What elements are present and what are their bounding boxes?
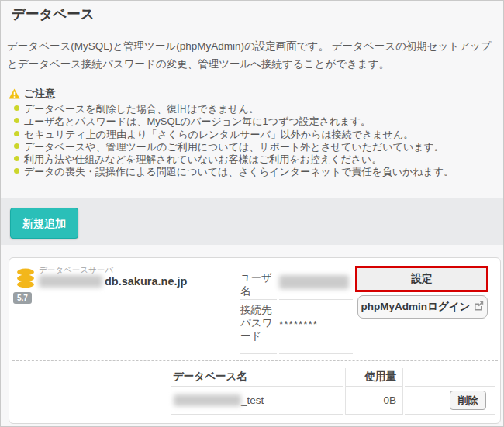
column-header-name: データベース名 [171, 367, 343, 387]
database-settings-page: データベース データベース(MySQL)と管理ツール(phpMyAdmin)の設… [0, 0, 504, 427]
bullet-icon [14, 168, 19, 174]
database-server-card: データベースサーバ db.sakura.ne.jp 5.7 ユーザ名 接続先パス… [9, 257, 501, 424]
annotation-highlight-box: 設定 [355, 266, 488, 292]
bullet-icon [14, 105, 19, 111]
page-title: データベース [12, 5, 95, 23]
delete-button[interactable]: 削除 [450, 391, 486, 410]
notice-heading: ご注意 [9, 87, 56, 101]
database-name-cell: _test [171, 387, 343, 415]
redacted-database-name [174, 394, 241, 406]
card-divider [12, 360, 498, 361]
notice-heading-label: ご注意 [24, 87, 56, 101]
notice-item: データベースを削除した場合、復旧はできません。 [14, 102, 502, 115]
redacted-user-name [279, 275, 349, 289]
database-icon [16, 268, 37, 292]
page-description: データベース(MySQL)と管理ツール(phpMyAdmin)の設定画面です。 … [7, 37, 502, 73]
notice-item: データベースや、管理ツールのご利用については、サポート外とさせていただいています… [14, 140, 502, 153]
actions-cell: 削除 [405, 387, 495, 415]
notice-item: ユーザ名とパスワードは、MySQLのバージョン毎に1つずつ設定されます。 [14, 115, 502, 127]
external-link-icon [474, 301, 484, 313]
server-type-label: データベースサーバ [39, 265, 113, 276]
column-header-usage: 使用量 [346, 367, 402, 387]
phpmyadmin-login-button[interactable]: phpMyAdminログイン [357, 295, 488, 319]
bullet-icon [14, 131, 19, 136]
server-host: db.sakura.ne.jp [105, 275, 187, 288]
table-column-divider [345, 368, 346, 415]
server-host-row: db.sakura.ne.jp [39, 275, 187, 288]
bullet-icon [14, 143, 19, 149]
user-name-label: ユーザ名 [240, 269, 277, 300]
usage-cell: 0B [346, 387, 402, 415]
user-name-value [279, 269, 353, 300]
notice-list: データベースを削除した場合、復旧はできません。 ユーザ名とパスワードは、MySQ… [14, 102, 502, 178]
database-table: データベース名 使用量 _test 0B 削除 [171, 367, 495, 415]
database-name-suffix: _test [241, 394, 264, 406]
settings-button[interactable]: 設定 [357, 268, 486, 290]
column-header-actions [405, 367, 495, 387]
warning-icon [9, 88, 20, 99]
redacted-server-prefix [39, 275, 102, 288]
bullet-icon [14, 156, 19, 161]
add-database-button[interactable]: 新規追加 [10, 208, 78, 239]
password-label: 接続先パスワード [240, 300, 277, 354]
bullet-icon [14, 118, 19, 123]
notice-item: セキュリティ上の理由より「さくらのレンタルサーバ」以外からは接続できません。 [14, 128, 502, 140]
notice-item: 利用方法や仕組みなどを理解されていないお客様はご利用をお控えください。 [14, 153, 502, 165]
phpmyadmin-login-label: phpMyAdminログイン [361, 300, 471, 314]
password-value: ******** [279, 300, 353, 354]
mysql-version-badge: 5.7 [13, 292, 32, 304]
table-column-divider [402, 368, 403, 415]
notice-item: データの喪失・誤操作による問題については、さくらインターネットで責任を負いかねま… [14, 165, 502, 177]
